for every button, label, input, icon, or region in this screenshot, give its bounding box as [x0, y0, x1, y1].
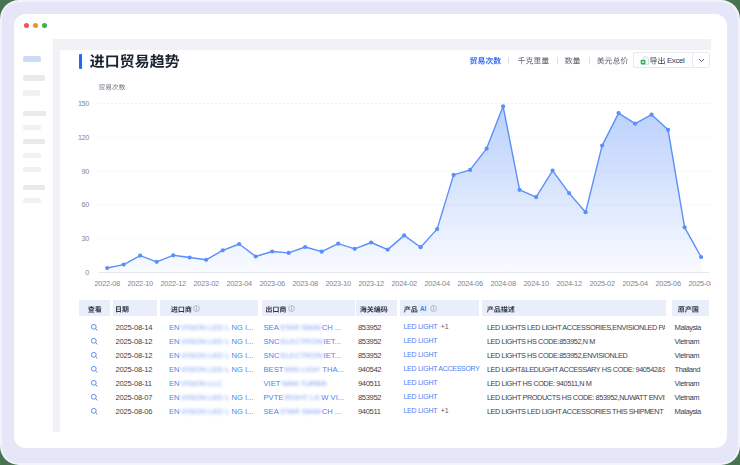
svg-text:0: 0	[85, 268, 89, 277]
svg-text:60: 60	[82, 200, 90, 209]
svg-text:2024-10: 2024-10	[523, 279, 549, 288]
svg-text:2022-12: 2022-12	[161, 279, 187, 288]
svg-text:2023-02: 2023-02	[194, 279, 220, 288]
svg-text:90: 90	[82, 167, 90, 176]
svg-text:2024-06: 2024-06	[457, 279, 483, 288]
svg-text:2024-08: 2024-08	[490, 279, 516, 288]
svg-text:2025-02: 2025-02	[589, 279, 615, 288]
svg-text:2023-12: 2023-12	[359, 279, 385, 288]
svg-text:2025-04: 2025-04	[622, 279, 648, 288]
svg-text:2023-06: 2023-06	[260, 279, 286, 288]
svg-text:30: 30	[82, 234, 90, 243]
svg-text:2023-08: 2023-08	[293, 279, 319, 288]
svg-text:2023-04: 2023-04	[227, 279, 253, 288]
svg-text:120: 120	[78, 133, 89, 142]
svg-text:2025-08: 2025-08	[688, 279, 711, 288]
svg-text:2025-06: 2025-06	[655, 279, 681, 288]
svg-text:2022-08: 2022-08	[95, 279, 121, 288]
svg-text:2023-10: 2023-10	[326, 279, 352, 288]
svg-text:150: 150	[78, 99, 89, 108]
svg-text:2024-12: 2024-12	[556, 279, 582, 288]
svg-text:2022-10: 2022-10	[128, 279, 154, 288]
svg-text:2024-04: 2024-04	[424, 279, 450, 288]
svg-text:2024-02: 2024-02	[392, 279, 418, 288]
